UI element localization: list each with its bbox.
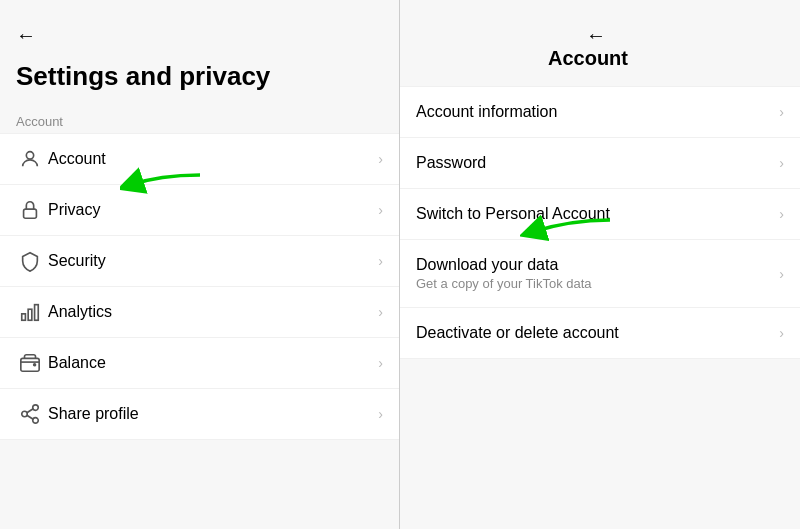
svg-rect-5 [35,305,39,321]
right-item-account-info-label: Account information [416,103,771,121]
account-chevron-icon: › [378,151,383,167]
svg-point-1 [26,152,33,159]
menu-item-account[interactable]: Account › [0,133,399,185]
right-back-button[interactable]: ← [586,24,606,47]
svg-point-8 [22,411,28,417]
menu-item-analytics[interactable]: Analytics › [0,287,399,338]
right-item-password-content: Password [416,154,771,172]
password-chevron-icon: › [779,155,784,171]
svg-line-11 [27,415,33,419]
menu-item-balance-label: Balance [44,354,378,372]
svg-rect-3 [22,314,26,320]
right-panel: ← Account Account information › Password… [400,0,800,529]
menu-item-account-label: Account [44,150,378,168]
security-chevron-icon: › [378,253,383,269]
balance-chevron-icon: › [378,355,383,371]
left-section-label: Account [0,108,399,133]
menu-item-security[interactable]: Security › [0,236,399,287]
left-panel-title: Settings and privacy [0,55,399,108]
menu-item-analytics-label: Analytics [44,303,378,321]
right-item-password-label: Password [416,154,771,172]
menu-item-privacy-label: Privacy [44,201,378,219]
menu-item-security-label: Security [44,252,378,270]
menu-item-balance[interactable]: Balance › [0,338,399,389]
right-header: ← Account [400,20,800,86]
right-item-deactivate-content: Deactivate or delete account [416,324,771,342]
right-menu-item-download-data[interactable]: Download your data Get a copy of your Ti… [400,240,800,308]
chart-icon [16,301,44,323]
svg-rect-6 [21,358,39,371]
svg-point-7 [33,405,39,411]
switch-account-chevron-icon: › [779,206,784,222]
right-menu-list: Account information › Password › Switch … [400,86,800,359]
svg-line-10 [27,409,33,413]
svg-point-9 [33,418,39,424]
right-back-arrow-icon: ← [586,24,606,46]
download-data-chevron-icon: › [779,266,784,282]
privacy-chevron-icon: › [378,202,383,218]
person-icon [16,148,44,170]
left-menu-list: Account › Privacy › Security › [0,133,399,440]
right-item-deactivate-label: Deactivate or delete account [416,324,771,342]
left-panel: ← Settings and privacy Account Account › [0,0,400,529]
lock-icon [16,199,44,221]
shield-icon [16,250,44,272]
deactivate-chevron-icon: › [779,325,784,341]
right-item-switch-account-content: Switch to Personal Account [416,205,771,223]
right-menu-item-switch-account[interactable]: Switch to Personal Account › [400,189,800,240]
svg-rect-2 [24,209,37,218]
svg-rect-4 [28,309,32,320]
right-item-account-info-content: Account information [416,103,771,121]
right-menu-item-account-info[interactable]: Account information › [400,86,800,138]
menu-item-privacy[interactable]: Privacy › [0,185,399,236]
wallet-icon [16,352,44,374]
share-icon [16,403,44,425]
right-menu-item-password[interactable]: Password › [400,138,800,189]
right-menu-item-deactivate[interactable]: Deactivate or delete account › [400,308,800,359]
analytics-chevron-icon: › [378,304,383,320]
left-back-arrow-icon: ← [16,24,36,46]
menu-item-share-profile[interactable]: Share profile › [0,389,399,440]
right-panel-title: Account [548,47,628,70]
left-back-button[interactable]: ← [0,20,52,55]
menu-item-share-profile-label: Share profile [44,405,378,423]
right-item-download-data-sublabel: Get a copy of your TikTok data [416,276,771,291]
account-info-chevron-icon: › [779,104,784,120]
right-item-switch-account-label: Switch to Personal Account [416,205,771,223]
share-profile-chevron-icon: › [378,406,383,422]
right-item-download-data-label: Download your data [416,256,771,274]
right-item-download-data-content: Download your data Get a copy of your Ti… [416,256,771,291]
